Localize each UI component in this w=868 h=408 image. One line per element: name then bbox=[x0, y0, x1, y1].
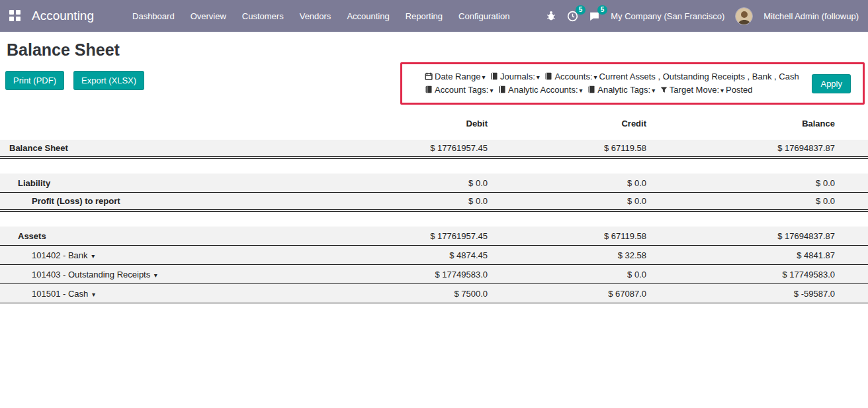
chevron-down-icon: ▾ bbox=[92, 291, 95, 298]
balance-cell: $ 17694837.87 bbox=[646, 143, 835, 153]
debit-cell: $ 0.0 bbox=[329, 178, 488, 188]
row-account-cash: 101501 - Cash ▾ $ 7500.0 $ 67087.0 $ -59… bbox=[0, 284, 868, 303]
chevron-down-icon: ▾ bbox=[91, 252, 95, 260]
row-account-outstanding-receipts: 101403 - Outstanding Receipts ▾ $ 177495… bbox=[0, 265, 868, 284]
journal-icon bbox=[544, 72, 552, 80]
credit-cell: $ 67087.0 bbox=[488, 289, 646, 299]
nav-item-customers[interactable]: Customers bbox=[234, 1, 292, 32]
row-profit-loss-to-report: Profit (Loss) to report $ 0.0 $ 0.0 $ 0.… bbox=[0, 193, 868, 212]
chevron-down-icon: ▾ bbox=[482, 74, 485, 81]
row-label: Balance Sheet bbox=[9, 143, 68, 153]
user-avatar[interactable] bbox=[735, 7, 753, 25]
row-liability: Liability $ 0.0 $ 0.0 $ 0.0 bbox=[0, 174, 868, 193]
chevron-down-icon: ▾ bbox=[154, 272, 157, 279]
row-balance-sheet: Balance Sheet $ 17761957.45 $ 67119.58 $… bbox=[0, 140, 868, 159]
messages-badge: 5 bbox=[597, 5, 608, 15]
accounts-selected-value: Current Assets , Outstanding Receipts , … bbox=[599, 72, 799, 81]
debit-cell: $ 7500.0 bbox=[329, 289, 488, 299]
chevron-down-icon: ▾ bbox=[580, 87, 583, 94]
chevron-down-icon: ▾ bbox=[652, 87, 655, 94]
bug-icon[interactable] bbox=[546, 11, 556, 21]
debit-cell: $ 0.0 bbox=[329, 196, 488, 206]
print-pdf-button[interactable]: Print (PDF) bbox=[5, 71, 64, 90]
account-dropdown[interactable]: 101402 - Bank ▾ bbox=[32, 250, 95, 260]
filter-bar: Date Range▾ Journals:▾ Accounts:▾Current… bbox=[425, 70, 805, 97]
nav-item-dashboard[interactable]: Dashboard bbox=[124, 1, 183, 32]
nav-item-reporting[interactable]: Reporting bbox=[398, 1, 451, 32]
apps-grid-icon[interactable] bbox=[9, 10, 21, 22]
filter-analytic-tags[interactable]: Analytic Tags:▾ bbox=[587, 85, 658, 95]
nav-item-overview[interactable]: Overview bbox=[183, 1, 234, 32]
debit-cell: $ 17761957.45 bbox=[329, 231, 488, 241]
export-xlsx-button[interactable]: Export (XLSX) bbox=[73, 71, 144, 90]
row-assets: Assets $ 17761957.45 $ 67119.58 $ 176948… bbox=[0, 227, 868, 246]
nav-item-vendors[interactable]: Vendors bbox=[292, 1, 339, 32]
debit-cell: $ 17761957.45 bbox=[329, 143, 488, 153]
journal-icon bbox=[498, 85, 506, 93]
filter-account-tags[interactable]: Account Tags:▾ bbox=[425, 85, 496, 95]
activity-badge: 5 bbox=[576, 5, 586, 15]
chevron-down-icon: ▾ bbox=[490, 87, 493, 94]
credit-cell: $ 0.0 bbox=[488, 196, 646, 206]
filter-line-1: Date Range▾ Journals:▾ Accounts:▾Current… bbox=[425, 70, 805, 83]
credit-cell: $ 32.58 bbox=[488, 250, 646, 260]
column-header-debit: Debit bbox=[329, 119, 488, 128]
user-menu[interactable]: Mitchell Admin (followup) bbox=[763, 11, 859, 21]
filter-line-2: Account Tags:▾ Analytic Accounts:▾ Analy… bbox=[425, 83, 805, 97]
filter-date-range[interactable]: Date Range▾ bbox=[425, 72, 488, 81]
filter-journals[interactable]: Journals:▾ bbox=[490, 72, 542, 81]
debit-cell: $ 17749583.0 bbox=[329, 270, 488, 280]
apply-button[interactable]: Apply bbox=[812, 74, 851, 93]
balance-cell: $ 17694837.87 bbox=[646, 231, 835, 241]
row-label: Assets bbox=[18, 231, 46, 241]
row-label: Liability bbox=[18, 178, 50, 188]
main-menu: Dashboard Overview Customers Vendors Acc… bbox=[124, 1, 517, 32]
row-label: Profit (Loss) to report bbox=[32, 196, 120, 206]
chevron-down-icon: ▾ bbox=[594, 74, 597, 81]
balance-sheet-report: Debit Credit Balance Balance Sheet $ 177… bbox=[0, 114, 868, 303]
credit-cell: $ 67119.58 bbox=[488, 143, 646, 153]
credit-cell: $ 0.0 bbox=[488, 270, 646, 280]
filter-analytic-accounts[interactable]: Analytic Accounts:▾ bbox=[498, 85, 585, 95]
top-navbar: Accounting Dashboard Overview Customers … bbox=[0, 0, 868, 32]
balance-cell: $ 17749583.0 bbox=[646, 270, 835, 280]
journal-icon bbox=[587, 85, 595, 93]
messages-icon[interactable]: 5 bbox=[589, 11, 600, 22]
nav-item-configuration[interactable]: Configuration bbox=[451, 1, 517, 32]
annotation-box: Date Range▾ Journals:▾ Accounts:▾Current… bbox=[400, 62, 865, 105]
nav-item-accounting[interactable]: Accounting bbox=[339, 1, 397, 32]
debit-cell: $ 4874.45 bbox=[329, 250, 488, 260]
balance-cell: $ 4841.87 bbox=[646, 250, 835, 260]
chevron-down-icon: ▾ bbox=[537, 74, 540, 81]
activity-clock-icon[interactable]: 5 bbox=[567, 11, 578, 22]
column-header-credit: Credit bbox=[488, 119, 646, 128]
filter-funnel-icon bbox=[660, 86, 668, 93]
account-dropdown[interactable]: 101501 - Cash ▾ bbox=[32, 289, 95, 299]
company-switcher[interactable]: My Company (San Francisco) bbox=[611, 11, 724, 21]
balance-cell: $ 0.0 bbox=[646, 196, 835, 206]
chevron-down-icon: ▾ bbox=[720, 87, 724, 94]
journal-icon bbox=[490, 72, 498, 80]
row-account-bank: 101402 - Bank ▾ $ 4874.45 $ 32.58 $ 4841… bbox=[0, 246, 868, 265]
filter-target-move[interactable]: Target Move:▾Posted bbox=[660, 85, 753, 95]
table-header-row: Debit Credit Balance bbox=[0, 114, 868, 133]
calendar-icon bbox=[425, 72, 433, 80]
credit-cell: $ 67119.58 bbox=[488, 231, 646, 241]
balance-cell: $ -59587.0 bbox=[646, 289, 835, 299]
account-dropdown[interactable]: 101403 - Outstanding Receipts ▾ bbox=[32, 270, 157, 280]
filter-accounts[interactable]: Accounts:▾Current Assets , Outstanding R… bbox=[544, 72, 799, 81]
journal-icon bbox=[425, 85, 433, 93]
balance-cell: $ 0.0 bbox=[646, 178, 835, 188]
target-move-selected-value: Posted bbox=[726, 85, 752, 95]
page-title: Balance Sheet bbox=[7, 40, 868, 60]
credit-cell: $ 0.0 bbox=[488, 178, 646, 188]
column-header-balance: Balance bbox=[646, 119, 835, 128]
app-brand[interactable]: Accounting bbox=[32, 9, 94, 23]
